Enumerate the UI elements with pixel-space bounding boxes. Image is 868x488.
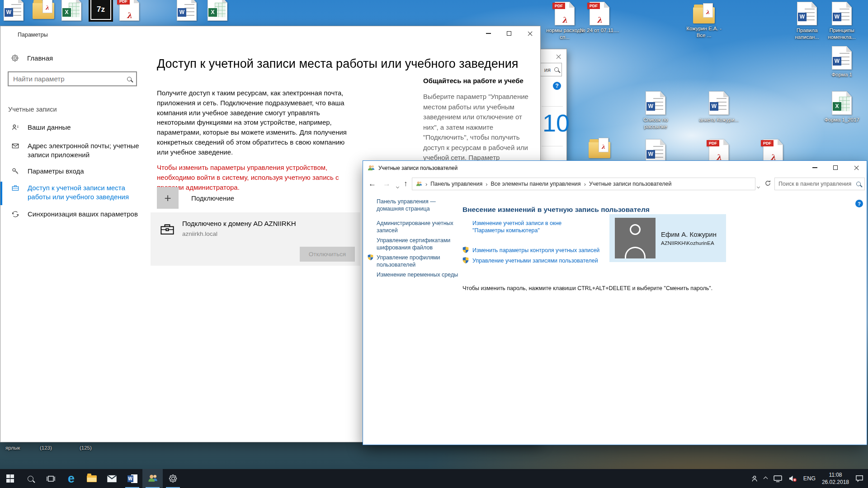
up-button[interactable]: ↑ bbox=[404, 179, 408, 189]
search-input-fragment[interactable]: ия bbox=[540, 63, 562, 76]
taskbar-file-explorer-button[interactable] bbox=[81, 469, 102, 488]
sidebar-item-sync-settings[interactable]: Синхронизация ваших параметров bbox=[0, 210, 145, 219]
people-icon[interactable] bbox=[750, 475, 758, 482]
nav-user-profiles[interactable]: Управление профилями пользователей bbox=[377, 254, 460, 269]
domain-connection-panel[interactable]: Подключено к домену AD AZNIIRKH azniirkh… bbox=[151, 212, 360, 266]
close-button[interactable] bbox=[846, 161, 867, 174]
domain-title: Подключено к домену AD AZNIIRKH bbox=[182, 220, 296, 227]
desktop-icon-folder[interactable] bbox=[579, 136, 620, 158]
clock[interactable]: 11:08 26.02.2018 bbox=[822, 471, 849, 486]
breadcrumb[interactable]: › Панель управления › Все элементы панел… bbox=[412, 178, 755, 190]
taskbar-mail-button[interactable] bbox=[102, 469, 122, 488]
task-view-button[interactable] bbox=[41, 469, 61, 488]
action-center-icon[interactable] bbox=[855, 475, 863, 482]
taskbar-user-accounts-button[interactable] bbox=[142, 469, 163, 488]
window-title: Учетные записи пользователей bbox=[378, 165, 458, 171]
volume-muted-icon[interactable] bbox=[788, 475, 797, 482]
sidebar-item-your-info[interactable]: Ваши данные bbox=[0, 123, 145, 132]
key-icon bbox=[11, 167, 19, 175]
user-domain-account: AZNIIRKH\KozhurinEA bbox=[661, 240, 714, 246]
nav-administer-accounts[interactable]: Администрирование учетных записей bbox=[377, 220, 460, 235]
close-icon[interactable] bbox=[556, 53, 561, 61]
desktop: W X 7z PDF W X PDF нормы расхода сп... P… bbox=[0, 0, 868, 488]
address-dropdown[interactable] bbox=[757, 182, 760, 190]
control-panel-search-input[interactable]: Поиск в панели управления bbox=[774, 178, 865, 190]
sidebar-item-work-school-access[interactable]: Доступ к учетной записи места работы или… bbox=[0, 183, 143, 202]
help-icon[interactable]: ? bbox=[855, 200, 863, 207]
desktop-icon-word[interactable]: W Список по рассылке bbox=[635, 91, 676, 130]
close-button[interactable] bbox=[519, 26, 540, 41]
minimize-button[interactable] bbox=[478, 26, 499, 41]
desktop-icon-folder[interactable]: Кожурин Е.А. - Все ... bbox=[684, 1, 724, 39]
user-accounts-icon bbox=[368, 164, 375, 172]
user-name: Ефим А. Кожурин bbox=[661, 230, 717, 238]
desktop-icon-word[interactable]: W анкета Кожури... bbox=[698, 91, 739, 123]
desktop-icon-pdf[interactable]: PDF bbox=[753, 139, 793, 163]
desktop-icon-word[interactable]: W Принципы номенкла... bbox=[821, 2, 862, 41]
recent-pages-dropdown[interactable] bbox=[396, 182, 399, 190]
desktop-icon-label[interactable]: ярлык bbox=[5, 445, 20, 450]
page-title: Внесение изменений в учетную запись поль… bbox=[462, 206, 650, 214]
search-icon bbox=[554, 67, 559, 72]
desktop-icon-excel[interactable]: X bbox=[197, 0, 238, 21]
word-file-icon: W bbox=[177, 0, 197, 21]
maximize-button[interactable] bbox=[825, 161, 846, 174]
title-bar[interactable]: Учетные записи пользователей bbox=[363, 161, 867, 175]
pdf-file-icon: PDF bbox=[119, 0, 139, 21]
search-text-fragment: ия bbox=[544, 66, 551, 73]
refresh-icon[interactable] bbox=[764, 180, 771, 187]
connect-button[interactable]: + bbox=[157, 187, 179, 209]
breadcrumb-item[interactable]: Все элементы панели управления bbox=[491, 181, 581, 187]
desktop-icon-label[interactable]: (123) bbox=[40, 445, 52, 450]
word-file-icon: W bbox=[832, 46, 852, 70]
link-change-uac-settings[interactable]: Изменить параметры контроля учетных запи… bbox=[472, 247, 599, 254]
desktop-icon-pdf[interactable]: PDF bbox=[698, 139, 739, 163]
avatar bbox=[615, 218, 656, 258]
settings-search-input[interactable]: Найти параметр bbox=[8, 71, 137, 86]
sidebar-item-email-accounts[interactable]: Адрес электронной почты; учетные записи … bbox=[0, 141, 143, 160]
nav-control-panel-home[interactable]: Панель управления — домашняя страница bbox=[377, 198, 460, 213]
pdf-file-icon: PDF bbox=[590, 2, 609, 25]
nav-file-encryption-certificates[interactable]: Управление сертификатами шифрования файл… bbox=[377, 237, 460, 252]
uac-shield-icon bbox=[462, 257, 469, 264]
minimize-button[interactable] bbox=[804, 161, 825, 174]
chevron-right-icon: › bbox=[486, 181, 487, 188]
taskbar: e W ENG 11:08 26.02.2018 bbox=[0, 469, 868, 488]
start-button[interactable] bbox=[0, 469, 20, 488]
search-icon bbox=[28, 476, 33, 482]
language-indicator[interactable]: ENG bbox=[803, 475, 816, 482]
sidebar-item-signin-options[interactable]: Параметры входа bbox=[0, 167, 145, 176]
acrobat-icon bbox=[119, 11, 139, 20]
desktop-icon-pdf[interactable]: PDF № 24 от 07.11.... bbox=[579, 2, 620, 34]
network-icon[interactable] bbox=[774, 475, 782, 482]
desktop-icon-word[interactable]: W Форма 1 bbox=[821, 46, 862, 78]
taskbar-edge-button[interactable]: e bbox=[61, 469, 81, 488]
link-change-account-in-settings[interactable]: Изменение учетной записи в окне "Парамет… bbox=[472, 220, 592, 235]
acrobat-icon bbox=[555, 15, 575, 24]
desktop-icon-label[interactable]: (125) bbox=[80, 445, 92, 450]
help-icon[interactable]: ? bbox=[553, 82, 561, 90]
forward-button[interactable]: → bbox=[383, 179, 391, 189]
maximize-button[interactable] bbox=[499, 26, 519, 41]
7zip-icon: 7z bbox=[90, 0, 111, 20]
breadcrumb-item[interactable]: Учетные записи пользователей bbox=[589, 181, 672, 187]
excel-file-icon: X bbox=[61, 0, 81, 21]
word-file-icon: W bbox=[797, 2, 817, 25]
disconnect-button[interactable]: Отключиться bbox=[300, 247, 355, 262]
nav-environment-variables[interactable]: Изменение переменных среды bbox=[377, 271, 460, 278]
sidebar-item-home[interactable]: Главная bbox=[11, 54, 53, 62]
taskbar-word-button[interactable]: W bbox=[122, 469, 142, 488]
windows-10-text: 10 bbox=[542, 111, 570, 135]
desktop-icon-word[interactable]: W bbox=[635, 139, 676, 163]
word-icon: W bbox=[127, 474, 137, 483]
search-icon bbox=[856, 182, 861, 186]
desktop-icon-excel[interactable]: X Форма 1_2017 bbox=[821, 91, 862, 123]
back-button[interactable]: ← bbox=[368, 179, 376, 189]
link-manage-user-accounts[interactable]: Управление учетными записями пользовател… bbox=[472, 257, 598, 264]
desktop-icon-pdf[interactable]: PDF bbox=[109, 0, 150, 21]
breadcrumb-item[interactable]: Панель управления bbox=[430, 181, 482, 187]
window-title: Параметры bbox=[18, 32, 48, 38]
show-hidden-icons-chevron[interactable] bbox=[764, 477, 767, 480]
taskbar-search-button[interactable] bbox=[20, 469, 41, 488]
taskbar-settings-button[interactable] bbox=[163, 469, 183, 488]
